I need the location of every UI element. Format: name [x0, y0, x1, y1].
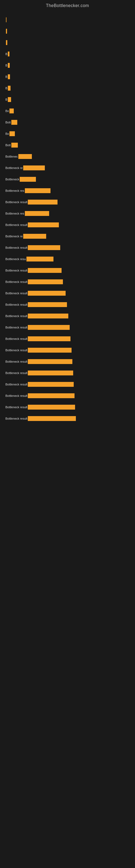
bar-fill: [8, 74, 10, 79]
bar-label: Bott: [5, 121, 11, 124]
bar-fill: [28, 371, 73, 375]
bar-label: B: [5, 87, 7, 90]
bar-label: B: [5, 98, 7, 101]
bar-label: Bottleneck result: [5, 394, 27, 397]
bar-fill: [28, 291, 65, 296]
bar-fill: [11, 143, 18, 148]
bar-row: Bottleneck result: [5, 336, 130, 342]
bar-fill: [6, 40, 7, 45]
bar-row: Bo: [5, 131, 130, 137]
bar-fill: [23, 234, 46, 239]
bar-row: Bo: [5, 108, 130, 114]
bar-fill: [28, 359, 72, 364]
bar-label: Bottleneck result: [5, 337, 27, 340]
site-title: TheBottlenecker.com: [0, 0, 135, 10]
bar-label: Bottleneck result: [5, 303, 27, 306]
bar-row: Bottleneck re: [5, 233, 130, 239]
bar-fill: [25, 188, 50, 193]
bar-fill: [27, 257, 53, 261]
bar-row: B: [5, 74, 130, 80]
bar-fill: [28, 382, 74, 387]
bar-label: Bottleneck result: [5, 383, 27, 386]
bar-row: Bottleneck result: [5, 347, 130, 353]
bar-label: Bo: [5, 109, 9, 113]
bar-label: Bottleneck result: [5, 348, 27, 352]
bar-label: Bottleneck re: [5, 235, 23, 238]
bar-row: B: [5, 97, 130, 102]
bar-label: Bott: [5, 144, 11, 147]
bar-fill: [28, 314, 68, 318]
bar-row: B: [5, 62, 130, 68]
bar-row: Bottleneck result: [5, 268, 130, 273]
bar-fill: [28, 245, 60, 250]
bar-fill: [6, 29, 7, 34]
bar-fill: [28, 348, 72, 352]
bar-label: Bottleneck result: [5, 417, 27, 420]
bar-fill: [8, 97, 11, 102]
bar-row: Bottleneck result: [5, 290, 130, 296]
bar-label: Bottleneck result: [5, 405, 27, 409]
site-title-bar: TheBottlenecker.com: [0, 0, 135, 10]
bar-label: Bottleneck re: [5, 166, 23, 169]
chart-area: BBBBBBoBottBoBottBottlenecBottleneck reB…: [0, 10, 135, 426]
bar-fill: [20, 177, 36, 182]
bar-row: Bottleneck result: [5, 393, 130, 399]
bar-label: Bottleneck resu: [5, 257, 26, 261]
bar-row: Bottlenec: [5, 154, 130, 159]
bar-row: Bottleneck result: [5, 415, 130, 422]
bar-fill: [8, 86, 10, 91]
bar-row: Bottleneck result: [5, 381, 130, 388]
bar-label: Bottleneck res: [5, 212, 24, 215]
bar-fill: [28, 405, 75, 410]
bar-row: Bottleneck result: [5, 279, 130, 285]
bar-fill: [28, 268, 61, 273]
bar-label: Bottleneck result: [5, 269, 27, 272]
bar-row: Bottleneck result: [5, 404, 130, 410]
bar-label: Bottleneck result: [5, 246, 27, 249]
bar-label: B: [5, 75, 7, 79]
bar-row: [5, 40, 130, 45]
bar-row: Bott: [5, 119, 130, 125]
bar-fill: [8, 52, 9, 56]
bar-fill: [28, 222, 59, 227]
bar-fill: [25, 211, 49, 216]
bar-row: Bottleneck result: [5, 199, 130, 205]
bar-row: Bottleneck result: [5, 359, 130, 365]
bar-row: Bottleneck result: [5, 370, 130, 376]
bar-label: B: [5, 64, 7, 67]
bar-fill: [28, 393, 75, 398]
bar-label: Bottleneck result: [5, 291, 27, 295]
bar-label: Bo: [5, 132, 9, 135]
bar-label: Bottleneck result: [5, 326, 27, 329]
bar-label: B: [5, 52, 7, 56]
bar-row: [5, 17, 130, 23]
bar-fill: [8, 63, 10, 68]
bar-fill: [9, 108, 14, 113]
bar-row: Bottleneck result: [5, 245, 130, 251]
bar-fill: [28, 279, 63, 284]
bar-row: Bottleneck result: [5, 324, 130, 330]
bar-row: Bott: [5, 142, 130, 148]
bar-fill: [28, 302, 67, 307]
bar-label: Bottleneck: [5, 178, 19, 181]
bar-row: Bottleneck result: [5, 302, 130, 308]
bar-label: Bottleneck result: [5, 314, 27, 318]
bar-fill: [6, 18, 6, 22]
bar-row: [5, 28, 130, 34]
bar-fill: [9, 131, 15, 136]
bar-fill: [23, 165, 45, 170]
bar-fill: [18, 154, 32, 159]
bar-label: Bottleneck result: [5, 200, 27, 204]
bar-label: Bottleneck res: [5, 189, 24, 192]
bar-row: Bottleneck result: [5, 222, 130, 228]
bar-row: B: [5, 51, 130, 57]
bar-row: Bottleneck res: [5, 211, 130, 216]
bar-fill: [28, 416, 76, 421]
bar-label: Bottleneck result: [5, 371, 27, 375]
bar-label: Bottlenec: [5, 155, 18, 158]
bar-fill: [28, 199, 57, 205]
bar-row: Bottleneck re: [5, 165, 130, 171]
bar-row: B: [5, 85, 130, 91]
bar-label: Bottleneck result: [5, 223, 27, 226]
bar-row: Bottleneck resu: [5, 256, 130, 262]
